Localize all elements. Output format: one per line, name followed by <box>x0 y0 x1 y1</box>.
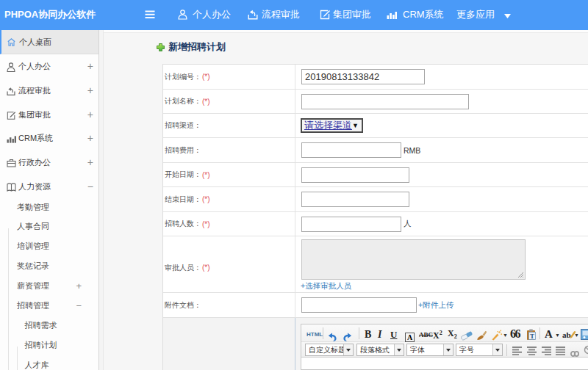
svg-text:ab: ab <box>562 330 571 339</box>
svg-text:T: T <box>530 333 534 340</box>
